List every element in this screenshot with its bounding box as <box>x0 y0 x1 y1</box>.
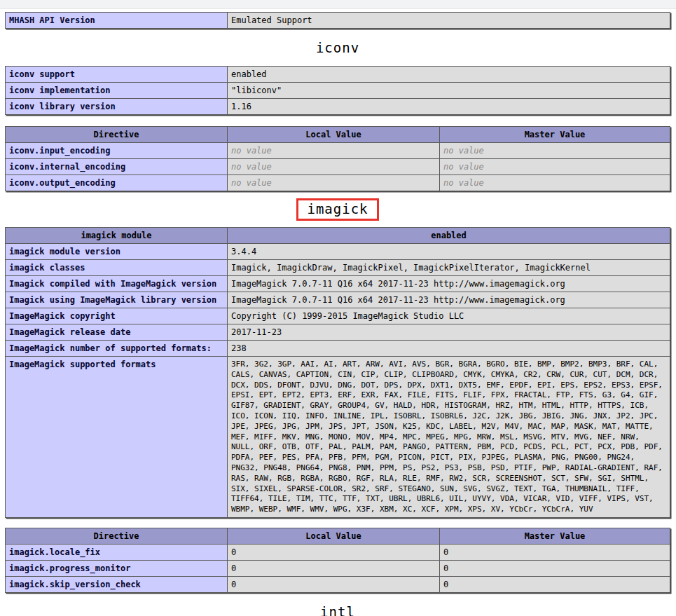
value-cell: Imagick, ImagickDraw, ImagickPixel, Imag… <box>228 260 670 276</box>
iconv-directives-table: Directive Local Value Master Value iconv… <box>5 126 670 191</box>
label-cell: ImageMagick release date <box>6 324 228 341</box>
master-value-cell: no value <box>440 159 670 175</box>
directive-cell: imagick.locale_fix <box>6 544 228 560</box>
table-row: ImageMagick copyright Copyright (C) 1999… <box>6 308 670 324</box>
table-row: ImageMagick release date 2017-11-23 <box>6 324 670 341</box>
label-cell: ImageMagick supported formats <box>6 357 228 518</box>
master-value-cell: 0 <box>440 560 670 576</box>
label-cell: imagick module version <box>6 244 228 260</box>
master-value-cell: 0 <box>440 576 670 592</box>
column-header-local-value: Local Value <box>228 127 440 143</box>
column-header-directive: Directive <box>6 528 228 544</box>
previous-section-partial-strip <box>0 0 676 9</box>
directive-cell: imagick.progress_monitor <box>6 560 228 576</box>
table-row: iconv library version 1.16 <box>6 99 670 115</box>
table-row: iconv.internal_encoding no value no valu… <box>6 159 670 175</box>
local-value-cell: no value <box>228 159 440 175</box>
column-header-master-value: Master Value <box>440 127 670 143</box>
section-heading-iconv: iconv <box>5 40 670 55</box>
label-cell: imagick classes <box>6 260 228 276</box>
supported-formats-cell: 3FR, 3G2, 3GP, AAI, AI, ART, ARW, AVI, A… <box>228 357 670 518</box>
local-value-cell: 0 <box>228 544 440 560</box>
table-row: imagick module version 3.4.4 <box>6 244 670 260</box>
section-heading-imagick: imagick <box>307 201 368 217</box>
label-cell: ImageMagick copyright <box>6 308 228 324</box>
table-row: ImageMagick number of supported formats:… <box>6 341 670 357</box>
table-row: imagick classes Imagick, ImagickDraw, Im… <box>6 260 670 276</box>
directive-cell: iconv.output_encoding <box>6 175 228 191</box>
local-value-cell: 0 <box>228 576 440 592</box>
label-cell: ImageMagick number of supported formats: <box>6 341 228 357</box>
table-row: iconv implementation "libiconv" <box>6 83 670 99</box>
label-cell: MHASH API Version <box>6 13 228 29</box>
label-cell: iconv implementation <box>6 83 228 99</box>
master-value-cell: no value <box>440 143 670 159</box>
master-value-cell: no value <box>440 175 670 191</box>
directive-cell: imagick.skip_version_check <box>6 576 228 592</box>
label-cell: iconv library version <box>6 99 228 115</box>
column-header-master-value: Master Value <box>440 528 670 544</box>
value-cell: Copyright (C) 1999-2015 ImageMagick Stud… <box>228 308 670 324</box>
table-row: Imagick compiled with ImageMagick versio… <box>6 276 670 292</box>
value-cell: 238 <box>228 341 670 357</box>
table-row: ImageMagick supported formats 3FR, 3G2, … <box>6 357 670 518</box>
value-cell: enabled <box>228 67 670 83</box>
directive-cell: iconv.internal_encoding <box>6 159 228 175</box>
module-header-cell: imagick module <box>6 228 228 244</box>
red-annotation-box: imagick <box>296 198 378 221</box>
imagick-module-table: imagick module enabled imagick module ve… <box>5 227 670 518</box>
iconv-info-table: iconv support enabled iconv implementati… <box>5 66 670 115</box>
master-value-cell: 0 <box>440 544 670 560</box>
label-cell: Imagick compiled with ImageMagick versio… <box>6 276 228 292</box>
table-row: imagick.skip_version_check 0 0 <box>6 576 670 592</box>
label-cell: Imagick using ImageMagick library versio… <box>6 292 228 308</box>
table-header-row: Directive Local Value Master Value <box>6 528 670 544</box>
local-value-cell: 0 <box>228 560 440 576</box>
table-row: imagick.locale_fix 0 0 <box>6 544 670 560</box>
value-cell: 1.16 <box>228 99 670 115</box>
column-header-directive: Directive <box>6 127 228 143</box>
table-header-row: imagick module enabled <box>6 228 670 244</box>
section-heading-intl: intl <box>5 604 670 616</box>
table-row: imagick.progress_monitor 0 0 <box>6 560 670 576</box>
value-cell: ImageMagick 7.0.7-11 Q16 x64 2017-11-23 … <box>228 292 670 308</box>
imagick-directives-table: Directive Local Value Master Value imagi… <box>5 528 670 593</box>
module-status-cell: enabled <box>228 228 670 244</box>
imagick-heading-row: imagick <box>5 198 670 221</box>
value-cell: ImageMagick 7.0.7-11 Q16 x64 2017-11-23 … <box>228 276 670 292</box>
table-row: MHASH API Version Emulated Support <box>6 13 670 29</box>
value-cell: 3.4.4 <box>228 244 670 260</box>
label-cell: iconv support <box>6 67 228 83</box>
table-header-row: Directive Local Value Master Value <box>6 127 670 143</box>
value-cell: Emulated Support <box>228 13 670 29</box>
page-content: MHASH API Version Emulated Support iconv… <box>0 9 676 616</box>
table-row: iconv.input_encoding no value no value <box>6 143 670 159</box>
table-row: iconv support enabled <box>6 67 670 83</box>
local-value-cell: no value <box>228 175 440 191</box>
mhash-table: MHASH API Version Emulated Support <box>5 12 670 29</box>
value-cell: 2017-11-23 <box>228 324 670 341</box>
value-cell: "libiconv" <box>228 83 670 99</box>
local-value-cell: no value <box>228 143 440 159</box>
phpinfo-page: MHASH API Version Emulated Support iconv… <box>0 0 676 616</box>
directive-cell: iconv.input_encoding <box>6 143 228 159</box>
table-row: iconv.output_encoding no value no value <box>6 175 670 191</box>
column-header-local-value: Local Value <box>228 528 440 544</box>
table-row: Imagick using ImageMagick library versio… <box>6 292 670 308</box>
